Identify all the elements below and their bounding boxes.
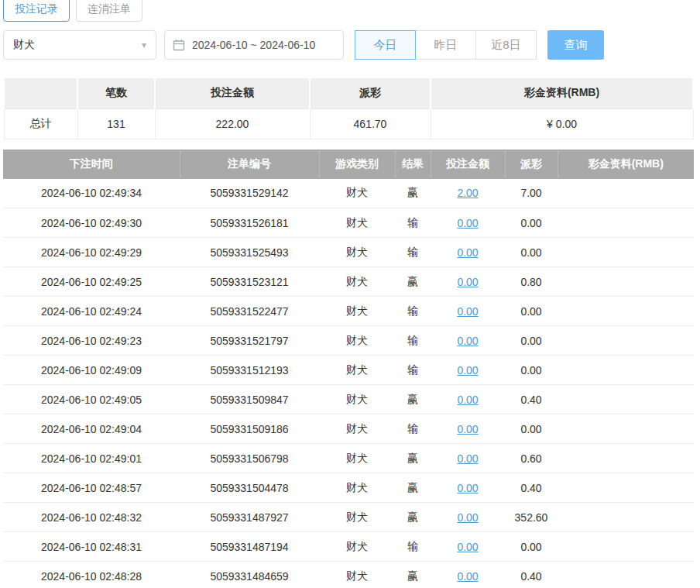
table-row: 2024-06-10 02:49:25 5059331523121 财犬 赢 0…	[3, 267, 694, 297]
bet-amount-link[interactable]: 0.00	[457, 364, 478, 377]
payout: 0.80	[505, 267, 558, 297]
table-row: 2024-06-10 02:48:57 5059331504478 财犬 赢 0…	[3, 473, 694, 503]
records-table: 下注时间注单编号游戏类别结果投注金额派彩彩金资料(RMB) 2024-06-10…	[3, 150, 694, 588]
summary-bet-amount: 222.00	[155, 108, 310, 139]
result: 赢	[395, 562, 431, 588]
bonus	[558, 503, 694, 532]
tab-cancelled-orders[interactable]: 连消注单	[76, 0, 142, 22]
bet-amount-link[interactable]: 0.00	[457, 482, 478, 494]
game-type: 财犬	[319, 444, 395, 473]
table-row: 2024-06-10 02:48:28 5059331484659 财犬 赢 0…	[3, 562, 694, 588]
table-row: 2024-06-10 02:49:29 5059331525493 财犬 输 0…	[3, 238, 694, 267]
bet-time: 2024-06-10 02:49:29	[3, 238, 180, 267]
payout: 0.40	[505, 385, 558, 414]
order-number: 5059331504478	[180, 473, 319, 503]
game-type: 财犬	[319, 297, 395, 326]
bet-time: 2024-06-10 02:49:34	[3, 179, 180, 208]
order-number: 5059331484659	[180, 562, 319, 588]
result: 赢	[395, 473, 431, 503]
records-column-header: 派彩	[505, 150, 558, 179]
bet-amount-cell: 0.00	[431, 473, 505, 503]
summary-column-header: 笔数	[77, 77, 155, 108]
records-tbody: 2024-06-10 02:49:34 5059331529142 财犬 赢 2…	[3, 179, 694, 588]
bet-amount-link[interactable]: 2.00	[457, 187, 478, 199]
bet-amount-link[interactable]: 0.00	[457, 452, 478, 465]
bet-amount-cell: 0.00	[431, 326, 505, 356]
bet-amount-link[interactable]: 0.00	[457, 217, 478, 229]
bonus	[558, 208, 694, 238]
bet-amount-cell: 0.00	[431, 532, 505, 562]
order-number: 5059331512193	[180, 356, 319, 385]
result: 输	[395, 238, 431, 267]
order-number: 5059331509186	[180, 414, 319, 444]
game-type: 财犬	[319, 238, 395, 267]
bonus	[558, 473, 694, 503]
summary-row-label: 总计	[4, 108, 77, 139]
game-type: 财犬	[319, 267, 395, 297]
bonus	[558, 532, 694, 562]
quick-range-yesterday[interactable]: 昨日	[415, 30, 476, 60]
bet-time: 2024-06-10 02:49:09	[3, 356, 180, 385]
tab-bar: 投注记录 连消注单	[3, 0, 694, 22]
payout: 0.00	[505, 414, 558, 444]
calendar-icon	[173, 39, 185, 51]
order-number: 5059331523121	[180, 267, 319, 297]
bet-amount-link[interactable]: 0.00	[457, 570, 478, 583]
game-type: 财犬	[319, 179, 395, 208]
bonus	[558, 414, 694, 444]
bet-amount-link[interactable]: 0.00	[457, 335, 478, 347]
records-column-header: 结果	[395, 150, 431, 179]
bet-amount-link[interactable]: 0.00	[457, 541, 478, 553]
payout: 0.00	[505, 532, 558, 562]
payout: 0.00	[505, 326, 558, 356]
bet-amount-link[interactable]: 0.00	[457, 511, 478, 524]
table-row: 2024-06-10 02:48:31 5059331487194 财犬 输 0…	[3, 532, 694, 562]
order-number: 5059331487194	[180, 532, 319, 562]
result: 赢	[395, 503, 431, 532]
order-number: 5059331529142	[180, 179, 319, 208]
bet-amount-link[interactable]: 0.00	[457, 394, 478, 406]
bet-amount-link[interactable]: 0.00	[457, 276, 478, 288]
result: 赢	[395, 444, 431, 473]
bonus	[558, 326, 694, 356]
table-row: 2024-06-10 02:49:04 5059331509186 财犬 输 0…	[3, 414, 694, 444]
bonus	[558, 238, 694, 267]
game-type: 财犬	[319, 562, 395, 588]
records-header-row: 下注时间注单编号游戏类别结果投注金额派彩彩金资料(RMB)	[3, 150, 694, 179]
bonus	[558, 179, 694, 208]
records-column-header: 注单编号	[180, 150, 319, 179]
bet-time: 2024-06-10 02:49:24	[3, 297, 180, 326]
bet-amount-link[interactable]: 0.00	[457, 305, 478, 318]
summary-header-row: 笔数投注金额派彩彩金资料(RMB)	[4, 77, 693, 108]
bet-amount-cell: 2.00	[431, 179, 505, 208]
game-select-value: 财犬	[13, 38, 35, 52]
table-row: 2024-06-10 02:49:01 5059331506798 财犬 赢 0…	[3, 444, 694, 473]
summary-column-header: 投注金额	[155, 77, 310, 108]
tab-bet-records[interactable]: 投注记录	[3, 0, 70, 22]
quick-range-today[interactable]: 今日	[355, 30, 416, 60]
date-range-input[interactable]: 2024-06-10 ~ 2024-06-10	[164, 30, 344, 60]
search-button[interactable]: 查询	[547, 30, 604, 60]
bet-amount-cell: 0.00	[431, 562, 505, 588]
bonus	[558, 297, 694, 326]
order-number: 5059331526181	[180, 208, 319, 238]
game-select[interactable]: 财犬 ▾	[3, 30, 156, 60]
payout: 0.00	[505, 208, 558, 238]
bet-amount-link[interactable]: 0.00	[457, 246, 478, 259]
bet-time: 2024-06-10 02:49:01	[3, 444, 180, 473]
result: 输	[395, 356, 431, 385]
bet-time: 2024-06-10 02:49:23	[3, 326, 180, 356]
quick-range-8days[interactable]: 近8日	[475, 30, 537, 60]
summary-column-header: 彩金资料(RMB)	[431, 77, 693, 108]
summary-payout: 461.70	[310, 108, 431, 139]
bet-amount-cell: 0.00	[431, 267, 505, 297]
payout: 0.60	[505, 444, 558, 473]
game-type: 财犬	[319, 208, 395, 238]
payout: 0.00	[505, 238, 558, 267]
bet-amount-link[interactable]: 0.00	[457, 423, 478, 435]
order-number: 5059331509847	[180, 385, 319, 414]
bet-amount-cell: 0.00	[431, 208, 505, 238]
order-number: 5059331521797	[180, 326, 319, 356]
result: 输	[395, 414, 431, 444]
order-number: 5059331487927	[180, 503, 319, 532]
